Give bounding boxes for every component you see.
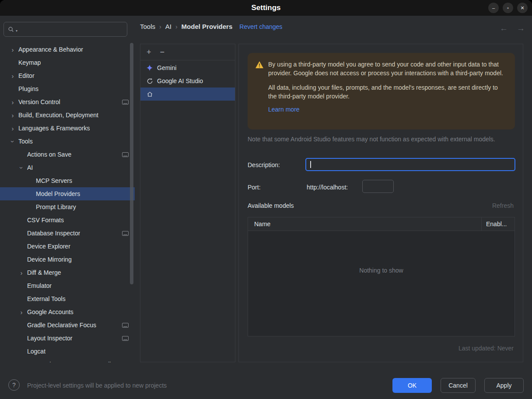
sidebar-item-emulator[interactable]: Emulator (0, 279, 135, 292)
sidebar-item-version-control[interactable]: › Version Control (0, 95, 135, 108)
help-button[interactable]: ? (8, 379, 20, 391)
sidebar-item-gradle-declarative-focus[interactable]: Gradle Declarative Focus (0, 318, 135, 332)
sidebar-item-device-explorer[interactable]: Device Explorer (0, 240, 135, 253)
screen-badge-icon (122, 152, 129, 157)
sidebar-scrollbar[interactable] (130, 43, 133, 284)
refresh-button[interactable]: Refresh (492, 202, 514, 209)
project-level-note: Project-level settings will be applied t… (27, 382, 167, 389)
sidebar-item-google-accounts[interactable]: › Google Accounts (0, 305, 135, 318)
minimize-button[interactable]: – (488, 3, 499, 13)
cancel-button[interactable]: Cancel (441, 378, 476, 393)
table-header-name: Name (248, 220, 481, 228)
sidebar-item-label: Logcat (27, 348, 46, 355)
chevron-right-icon[interactable]: › (7, 112, 18, 119)
provider-item-gemini[interactable]: Gemini (140, 61, 235, 74)
warning-paragraph-2: All data, including your files, prompts,… (268, 84, 507, 101)
sidebar-item-mcp-servers[interactable]: MCP Servers (0, 174, 135, 187)
sidebar-item-tools[interactable]: › Tools (0, 135, 135, 148)
breadcrumb-model-providers[interactable]: Model Providers (182, 23, 233, 30)
sidebar-item-layout-inspector[interactable]: Layout Inspector (0, 332, 135, 345)
third-party-warning-banner: By using a third-party model you agree t… (248, 53, 515, 130)
sidebar-item-logcat[interactable]: Logcat (0, 345, 135, 358)
sidebar-item-languages-frameworks[interactable]: › Languages & Frameworks (0, 122, 135, 135)
sidebar-item-label: External Tools (27, 295, 66, 302)
sidebar-item-label: Database Inspector (27, 230, 80, 237)
search-input[interactable]: ▾ (4, 22, 127, 37)
sidebar-item-keymap[interactable]: Keymap (0, 56, 135, 69)
breadcrumb: Tools › AI › Model Providers Revert chan… (140, 23, 282, 30)
sidebar-item-label: Model Providers (36, 190, 80, 197)
port-prefix-text: http://localhost: (307, 184, 348, 191)
sidebar-item-label: Keymap (18, 59, 41, 66)
sidebar-item-plugins[interactable]: Plugins (0, 82, 135, 95)
help-icon: ? (12, 382, 16, 388)
maximize-button[interactable]: ▫ (503, 3, 513, 13)
providers-list-panel: + − Gemini Google AI Studio (140, 44, 235, 362)
learn-more-link[interactable]: Learn more (268, 105, 300, 114)
sidebar-item-device-mirroring[interactable]: Device Mirroring (0, 253, 135, 266)
sidebar-item-csv-formats[interactable]: CSV Formats (0, 214, 135, 227)
sidebar-item-label: Layout Inspector (27, 335, 73, 342)
ai-studio-icon (146, 78, 153, 84)
chevron-down-icon[interactable]: › (18, 162, 25, 173)
chevron-right-icon[interactable]: › (7, 125, 18, 132)
chevron-right-icon[interactable]: › (7, 98, 18, 106)
settings-window: Settings – ▫ ✕ ▾ › Appearance & Behavior… (0, 0, 532, 399)
external-models-note: Note that some Android Studio features m… (248, 136, 495, 143)
settings-tree: › Appearance & Behavior Keymap › Editor … (0, 43, 135, 371)
sidebar-item-label: Editor (18, 72, 35, 79)
add-provider-button[interactable]: + (147, 48, 151, 56)
sidebar-item-diff-merge[interactable]: › Diff & Merge (0, 266, 135, 279)
port-label: Port: (248, 184, 261, 191)
sidebar-item-label: Appearance & Behavior (18, 46, 83, 53)
sidebar-item-appearance-behavior[interactable]: › Appearance & Behavior (0, 43, 135, 56)
provider-item-google-ai-studio[interactable]: Google AI Studio (140, 74, 235, 88)
warning-text: By using a third-party model you agree t… (268, 60, 507, 124)
warning-icon (255, 61, 264, 124)
sidebar-item-editor[interactable]: › Editor (0, 69, 135, 82)
back-arrow-icon[interactable]: ← (500, 24, 508, 33)
chevron-right-icon[interactable]: › (16, 269, 27, 276)
settings-sidebar: ▾ › Appearance & Behavior Keymap › Edito… (0, 16, 135, 362)
available-models-label: Available models (248, 202, 294, 209)
screen-badge-icon (122, 231, 129, 236)
sidebar-item-label: MCP Servers (36, 177, 72, 184)
sidebar-item-actions-on-save[interactable]: Actions on Save (0, 148, 135, 161)
chevron-down-icon[interactable]: › (9, 136, 17, 147)
breadcrumb-ai[interactable]: AI (165, 23, 172, 30)
sidebar-item-label: Prompt Library (36, 203, 76, 210)
provider-label: Gemini (157, 64, 176, 71)
chevron-right-icon[interactable]: › (7, 46, 18, 53)
sidebar-item-build-execution-deployment[interactable]: › Build, Execution, Deployment (0, 108, 135, 122)
provider-item-new[interactable] (140, 88, 235, 101)
window-title: Settings (251, 4, 280, 12)
sidebar-item-model-providers[interactable]: Model Providers (0, 187, 135, 200)
apply-button[interactable]: Apply (484, 378, 524, 393)
sidebar-item-external-tools[interactable]: External Tools (0, 292, 135, 305)
breadcrumb-separator-icon: › (175, 23, 178, 30)
chevron-right-icon[interactable]: › (16, 308, 27, 316)
close-button[interactable]: ✕ (517, 3, 528, 13)
sidebar-item-prompt-library[interactable]: Prompt Library (0, 200, 135, 214)
forward-arrow-icon[interactable]: → (517, 24, 525, 33)
port-input[interactable] (362, 180, 394, 193)
sidebar-item-database-inspector[interactable]: Database Inspector (0, 227, 135, 240)
warning-paragraph-1: By using a third-party model you agree t… (268, 60, 507, 77)
table-header-row: Name Enabl... (248, 217, 514, 231)
available-models-table: Name Enabl... Nothing to show (248, 217, 515, 336)
ok-button[interactable]: OK (392, 378, 432, 393)
gemini-icon (146, 64, 153, 71)
description-label: Description: (248, 161, 280, 168)
breadcrumb-tools[interactable]: Tools (140, 23, 155, 30)
last-updated-text: Last updated: Never (458, 345, 514, 352)
chevron-right-icon[interactable]: › (7, 72, 18, 80)
provider-label: Google AI Studio (157, 77, 203, 84)
search-options-caret-icon: ▾ (16, 29, 18, 33)
description-input[interactable] (305, 158, 515, 171)
sidebar-item-label: Tools (18, 138, 33, 145)
revert-changes-link[interactable]: Revert changes (239, 23, 282, 30)
remove-provider-button[interactable]: − (160, 48, 165, 56)
sidebar-item-label: Gradle Declarative Focus (27, 322, 96, 329)
sidebar-item-ai[interactable]: › AI (0, 161, 135, 174)
screen-badge-icon (122, 100, 129, 105)
